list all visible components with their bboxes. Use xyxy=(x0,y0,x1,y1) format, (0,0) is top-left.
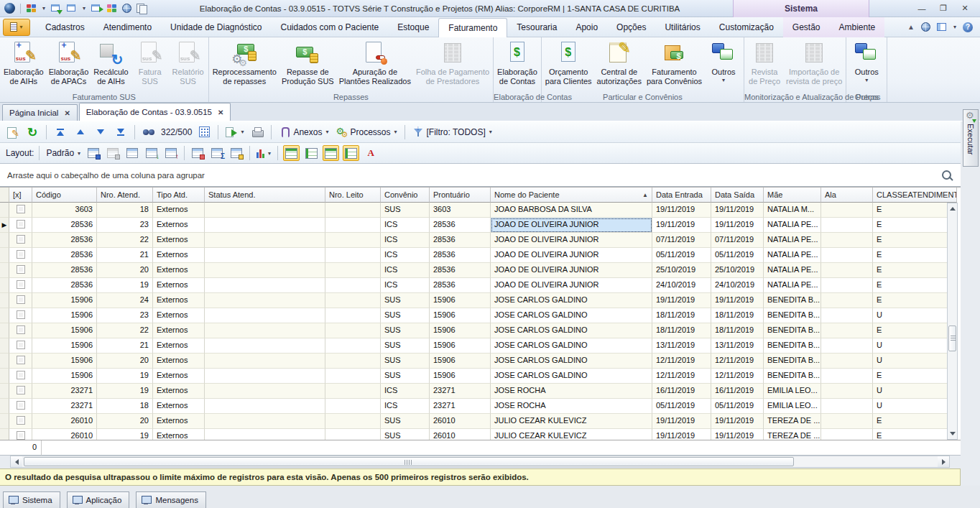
menu-tab-tesouraria[interactable]: Tesouraria xyxy=(507,17,566,37)
cell-data-entrada[interactable]: 12/11/2019 xyxy=(652,354,711,369)
column-header-m-e[interactable]: Mãe xyxy=(764,188,821,203)
cell-data-sa-da[interactable]: 18/11/2019 xyxy=(711,308,764,323)
horizontal-scroll-thumb[interactable] xyxy=(24,457,794,466)
menu-tab-estoque[interactable]: Estoque xyxy=(388,17,438,37)
previous-record-button[interactable] xyxy=(73,124,88,140)
cell-conv-nio[interactable]: ICS xyxy=(381,263,430,278)
cell-nome-do-paciente[interactable]: JOAO DE OLIVEIRA JUNIOR xyxy=(491,248,652,263)
cell-classeatendimento[interactable]: E xyxy=(873,233,957,248)
cell-nome-do-paciente[interactable]: JOAO DE OLIVEIRA JUNIOR xyxy=(491,218,652,233)
cell-data-entrada[interactable]: 18/11/2019 xyxy=(652,308,711,323)
close-tab-icon[interactable]: ✕ xyxy=(218,108,223,116)
cell-prontu-rio[interactable]: 28536 xyxy=(430,278,491,293)
table-row[interactable]: 2601019ExternosSUS26010JULIO CEZAR KULEV… xyxy=(0,429,961,440)
footer-tab-sistema[interactable]: Sistema xyxy=(3,491,60,508)
ribbon-button-outros[interactable]: Outros▾ xyxy=(705,39,742,83)
card-view-button[interactable] xyxy=(196,124,212,140)
cell-nro-leito[interactable] xyxy=(325,429,381,440)
cell-m-e[interactable]: NATALIA PE... xyxy=(764,218,821,233)
cell-c-digo[interactable]: 23271 xyxy=(32,399,97,414)
ribbon-button-elaboração[interactable]: +sus✎Elaboração de AIHs xyxy=(1,39,46,86)
cell-status-atend-[interactable] xyxy=(205,369,325,384)
cell-classeatendimento[interactable]: U xyxy=(873,384,957,399)
cell-data-sa-da[interactable]: 07/11/2019 xyxy=(711,233,764,248)
close-tab-icon[interactable]: ✕ xyxy=(64,109,70,117)
row-checkbox[interactable] xyxy=(17,371,25,379)
cell-tipo-atd-[interactable]: Externos xyxy=(153,203,205,218)
cell-ala[interactable] xyxy=(821,293,873,308)
cell-c-digo[interactable]: 15906 xyxy=(32,308,97,323)
cell-conv-nio[interactable]: ICS xyxy=(381,233,430,248)
cell-m-e[interactable]: BENEDITA B... xyxy=(764,308,821,323)
application-menu-button[interactable]: ▾ xyxy=(3,19,30,36)
checkbox-cell[interactable] xyxy=(9,338,32,354)
cell-nro-leito[interactable] xyxy=(325,369,381,384)
row-checkbox[interactable] xyxy=(17,431,25,440)
cell-data-entrada[interactable]: 19/11/2019 xyxy=(652,429,711,440)
cell-conv-nio[interactable]: SUS xyxy=(381,414,430,429)
ribbon-button-reprocessamento[interactable]: ⚙⚙Reprocessamento de repasses xyxy=(211,39,279,86)
cell-prontu-rio[interactable]: 15906 xyxy=(430,308,491,323)
menu-tab-unidade-de-diagnóstico[interactable]: Unidade de Diagnóstico xyxy=(161,17,271,37)
cell-m-e[interactable]: EMILIA LEO... xyxy=(764,399,821,414)
cell-nome-do-paciente[interactable]: JOSE ROCHA xyxy=(491,384,652,399)
user-profile-icon[interactable] xyxy=(26,4,37,13)
table-row[interactable]: 1590622ExternosSUS15906JOSE CARLOS GALDI… xyxy=(0,323,961,338)
cell-nro-atend-[interactable]: 20 xyxy=(97,354,153,369)
cell-m-e[interactable]: BENEDITA B... xyxy=(764,293,821,308)
conditional-format-button[interactable] xyxy=(190,145,205,161)
cell-data-entrada[interactable]: 19/11/2019 xyxy=(652,203,711,218)
cell-classeatendimento[interactable]: E xyxy=(873,278,957,293)
totals-button[interactable]: Σ xyxy=(209,145,225,161)
cell-conv-nio[interactable]: SUS xyxy=(381,354,430,369)
anexos-dropdown[interactable]: Anexos▾ xyxy=(277,124,330,140)
column-header-tipo-atd-[interactable]: Tipo Atd. xyxy=(153,188,205,203)
cell-nro-atend-[interactable]: 19 xyxy=(97,429,153,440)
cell-ala[interactable] xyxy=(821,248,873,263)
column-header-ala[interactable]: Ala xyxy=(821,188,873,203)
cell-nro-leito[interactable] xyxy=(325,414,381,429)
view-toggle-preview-button[interactable] xyxy=(343,145,359,161)
menu-tab-atendimento[interactable]: Atendimento xyxy=(94,17,161,37)
cell-c-digo[interactable]: 28536 xyxy=(32,233,97,248)
row-checkbox[interactable] xyxy=(17,325,25,334)
print-button[interactable] xyxy=(249,124,265,140)
cell-data-sa-da[interactable]: 12/11/2019 xyxy=(711,369,764,384)
cell-nome-do-paciente[interactable]: JOSE ROCHA xyxy=(491,399,652,414)
row-checkbox[interactable] xyxy=(17,235,25,244)
table-row[interactable]: 1590619ExternosSUS15906JOSE CARLOS GALDI… xyxy=(0,369,961,384)
cell-nro-atend-[interactable]: 20 xyxy=(97,263,153,278)
column-header-prontu-rio[interactable]: Prontuário xyxy=(430,188,491,203)
cell-conv-nio[interactable]: ICS xyxy=(381,278,430,293)
cell-nro-leito[interactable] xyxy=(325,293,381,308)
refresh-button[interactable] xyxy=(24,124,40,140)
cell-data-sa-da[interactable]: 25/10/2019 xyxy=(711,263,764,278)
cell-classeatendimento[interactable]: E xyxy=(873,293,957,308)
row-checkbox[interactable] xyxy=(17,220,25,228)
table-row[interactable]: 2327119ExternosICS23271JOSE ROCHA16/11/2… xyxy=(0,384,961,399)
cell-tipo-atd-[interactable]: Externos xyxy=(153,263,205,278)
globe-icon[interactable] xyxy=(921,22,930,32)
menu-tab-cuidados-com-o-paciente[interactable]: Cuidados com o Paciente xyxy=(272,17,389,37)
import-layout-button[interactable]: ↑ xyxy=(163,145,179,161)
cell-nome-do-paciente[interactable]: JOSE CARLOS GALDINO xyxy=(491,323,652,338)
chart-view-button[interactable]: ▾ xyxy=(255,145,272,161)
cell-m-e[interactable]: NATALIA PE... xyxy=(764,278,821,293)
cell-m-e[interactable]: NATALIA PE... xyxy=(764,233,821,248)
close-button[interactable]: ✕ xyxy=(956,3,974,14)
export-button[interactable]: ▾ xyxy=(224,124,245,140)
cell-nro-leito[interactable] xyxy=(325,338,381,354)
panels-layout-icon[interactable] xyxy=(937,23,946,31)
table-row[interactable]: 2601020ExternosSUS26010JULIO CEZAR KULEV… xyxy=(0,414,961,429)
column-header-nome-do-paciente[interactable]: Nome do Paciente▲ xyxy=(491,188,652,203)
filter-dropdown[interactable]: ↓[Filtro: TODOS]▾ xyxy=(411,124,494,140)
menu-tab-utilitários[interactable]: Utilitários xyxy=(655,17,709,37)
cell-c-digo[interactable]: 15906 xyxy=(32,323,97,338)
cell-data-entrada[interactable]: 16/11/2019 xyxy=(652,384,711,399)
cell-nome-do-paciente[interactable]: JOAO DE OLIVEIRA JUNIOR xyxy=(491,263,652,278)
cell-status-atend-[interactable] xyxy=(205,384,325,399)
save-layout-button[interactable] xyxy=(85,145,101,161)
cell-m-e[interactable]: TEREZA DE ... xyxy=(764,429,821,440)
cell-nome-do-paciente[interactable]: JOSE CARLOS GALDINO xyxy=(491,354,652,369)
cell-nro-atend-[interactable]: 21 xyxy=(97,248,153,263)
